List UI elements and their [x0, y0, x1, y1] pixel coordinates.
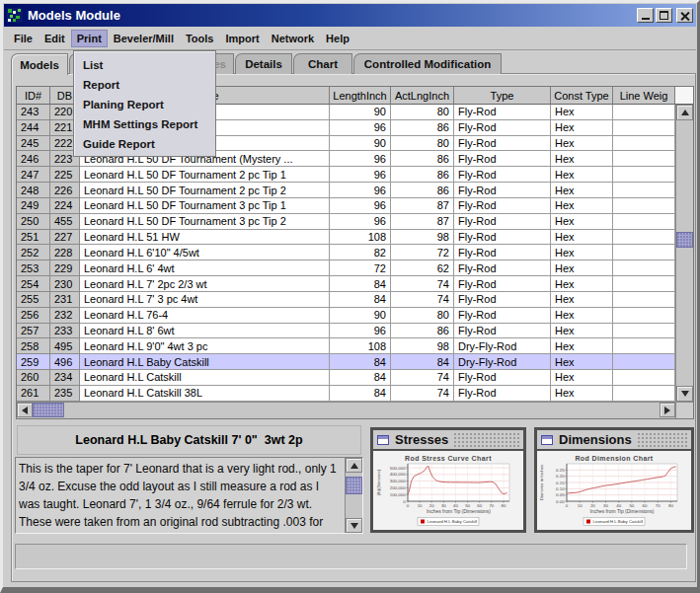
- cell-db[interactable]: 233: [50, 324, 80, 339]
- cell-line-weig[interactable]: [613, 230, 675, 246]
- cell-name[interactable]: Leonard H.L 50 DF Tournament 2 pc Tip 1: [80, 167, 330, 183]
- cell-name[interactable]: Leonard H.L 51 HW: [80, 230, 330, 246]
- cell-const-type[interactable]: Hex: [551, 167, 613, 183]
- dimensions-frame-titlebar[interactable]: Dimensions: [537, 430, 691, 451]
- cell-actlnginch[interactable]: 98: [391, 230, 454, 246]
- maximize-button[interactable]: [656, 8, 672, 23]
- cell-type[interactable]: Fly-Rod: [454, 136, 551, 152]
- cell-actlnginch[interactable]: 74: [391, 276, 454, 292]
- cell-lengthinch[interactable]: 84: [330, 354, 391, 370]
- cell-actlnginch[interactable]: 86: [391, 183, 454, 198]
- tab-chart[interactable]: Chart: [293, 53, 352, 74]
- cell-name[interactable]: Leonard H.L 7' 2pc 2/3 wt: [80, 276, 330, 292]
- cell-lengthinch[interactable]: 82: [330, 245, 391, 260]
- cell-type[interactable]: Fly-Rod: [454, 105, 551, 120]
- cell-lengthinch[interactable]: 84: [330, 370, 391, 386]
- cell-name[interactable]: Leonard H.L 50 DF Tournament 2 pc Tip 2: [80, 183, 330, 198]
- cell-line-weig[interactable]: [613, 276, 675, 292]
- close-button[interactable]: [676, 8, 693, 23]
- cell-line-weig[interactable]: [613, 338, 675, 354]
- scroll-right-button[interactable]: [660, 403, 675, 417]
- cell-const-type[interactable]: Hex: [551, 386, 613, 402]
- cell-const-type[interactable]: Hex: [551, 324, 613, 339]
- cell-actlnginch[interactable]: 86: [391, 324, 454, 339]
- cell-line-weig[interactable]: [613, 198, 675, 214]
- cell-actlnginch[interactable]: 62: [391, 260, 454, 276]
- cell-actlnginch[interactable]: 72: [391, 245, 454, 260]
- cell-const-type[interactable]: Hex: [551, 308, 613, 324]
- cell-const-type[interactable]: Hex: [551, 370, 613, 386]
- menubar-item-print[interactable]: Print: [71, 30, 108, 47]
- cell-type[interactable]: Dry-Fly-Rod: [454, 338, 551, 354]
- cell-const-type[interactable]: Hex: [551, 198, 613, 214]
- cell-type[interactable]: Fly-Rod: [454, 120, 551, 136]
- cell-line-weig[interactable]: [613, 308, 675, 324]
- cell-const-type[interactable]: Hex: [551, 105, 613, 120]
- column-header-const-type[interactable]: Const Type: [551, 87, 613, 105]
- cell-name[interactable]: Leonard H.L 50 DF Tournament 3 pc Tip 2: [80, 214, 330, 230]
- cell-name[interactable]: Leonard H.L 50 DF Tournament 3 pc Tip 1: [80, 198, 330, 214]
- column-header-line-weig[interactable]: Line Weig: [613, 87, 675, 105]
- menu-item-list[interactable]: List: [74, 55, 215, 75]
- cell-type[interactable]: Fly-Rod: [454, 386, 551, 402]
- scroll-up-button[interactable]: [346, 458, 362, 473]
- cell-id[interactable]: 247: [17, 167, 50, 183]
- cell-id[interactable]: 254: [17, 276, 50, 292]
- cell-id[interactable]: 258: [17, 338, 50, 354]
- vertical-scroll-thumb[interactable]: [676, 232, 693, 248]
- cell-actlnginch[interactable]: 74: [391, 386, 454, 402]
- cell-type[interactable]: Fly-Rod: [454, 324, 551, 339]
- cell-name[interactable]: Leonard H.L 9'0" 4wt 3 pc: [80, 338, 330, 354]
- cell-const-type[interactable]: Hex: [551, 292, 613, 308]
- cell-line-weig[interactable]: [613, 151, 675, 167]
- cell-id[interactable]: 259: [17, 354, 50, 370]
- table-row[interactable]: 259496Leonard H.L Baby Catskill8484Dry-F…: [17, 354, 675, 370]
- cell-db[interactable]: 225: [50, 167, 80, 183]
- cell-line-weig[interactable]: [613, 105, 675, 120]
- cell-id[interactable]: 257: [17, 324, 50, 339]
- cell-id[interactable]: 252: [17, 245, 50, 260]
- description-scrollbar[interactable]: [345, 458, 362, 533]
- menubar-item-tools[interactable]: Tools: [180, 30, 220, 47]
- menu-item-mhm-settings-report[interactable]: MHM Settings Report: [74, 114, 215, 134]
- minimize-button[interactable]: [637, 8, 654, 23]
- cell-id[interactable]: 253: [17, 260, 50, 276]
- cell-type[interactable]: Fly-Rod: [454, 183, 551, 198]
- cell-line-weig[interactable]: [613, 214, 675, 230]
- cell-const-type[interactable]: Hex: [551, 276, 613, 292]
- cell-line-weig[interactable]: [613, 370, 675, 386]
- scroll-down-button[interactable]: [676, 386, 693, 402]
- cell-id[interactable]: 260: [17, 370, 50, 386]
- cell-db[interactable]: 230: [50, 276, 80, 292]
- cell-type[interactable]: Fly-Rod: [454, 198, 551, 214]
- cell-lengthinch[interactable]: 72: [330, 260, 391, 276]
- tab-controlled-modification[interactable]: Controlled Modification: [353, 53, 502, 74]
- cell-const-type[interactable]: Hex: [551, 260, 613, 276]
- menubar-item-network[interactable]: Network: [266, 30, 320, 47]
- cell-id[interactable]: 251: [17, 230, 50, 246]
- cell-name[interactable]: Leonard H.L Catskill: [80, 370, 330, 386]
- cell-line-weig[interactable]: [613, 386, 675, 402]
- cell-actlnginch[interactable]: 86: [391, 151, 454, 167]
- table-row[interactable]: 252228Leonard H.L 6'10" 4/5wt8272Fly-Rod…: [17, 245, 675, 260]
- cell-id[interactable]: 248: [17, 183, 50, 198]
- cell-const-type[interactable]: Hex: [551, 338, 613, 354]
- cell-type[interactable]: Fly-Rod: [454, 230, 551, 246]
- cell-type[interactable]: Fly-Rod: [454, 151, 551, 167]
- cell-actlnginch[interactable]: 80: [391, 105, 454, 120]
- menubar-item-beveler-mill[interactable]: Beveler/Mill: [108, 30, 180, 47]
- cell-type[interactable]: Fly-Rod: [454, 167, 551, 183]
- cell-actlnginch[interactable]: 87: [391, 214, 454, 230]
- horizontal-scroll-thumb[interactable]: [33, 403, 64, 417]
- cell-name[interactable]: Leonard H.L 8' 6wt: [80, 324, 330, 339]
- cell-lengthinch[interactable]: 84: [330, 292, 391, 308]
- cell-type[interactable]: Fly-Rod: [454, 260, 551, 276]
- tab-details[interactable]: Details: [235, 53, 292, 74]
- table-row[interactable]: 257233Leonard H.L 8' 6wt9686Fly-RodHex: [17, 324, 675, 339]
- cell-const-type[interactable]: Hex: [551, 245, 613, 260]
- cell-name[interactable]: Leonard H.L Baby Catskill: [80, 354, 330, 370]
- cell-type[interactable]: Dry-Fly-Rod: [454, 354, 551, 370]
- cell-id[interactable]: 246: [17, 151, 50, 167]
- cell-lengthinch[interactable]: 96: [330, 151, 391, 167]
- cell-db[interactable]: 226: [50, 183, 80, 198]
